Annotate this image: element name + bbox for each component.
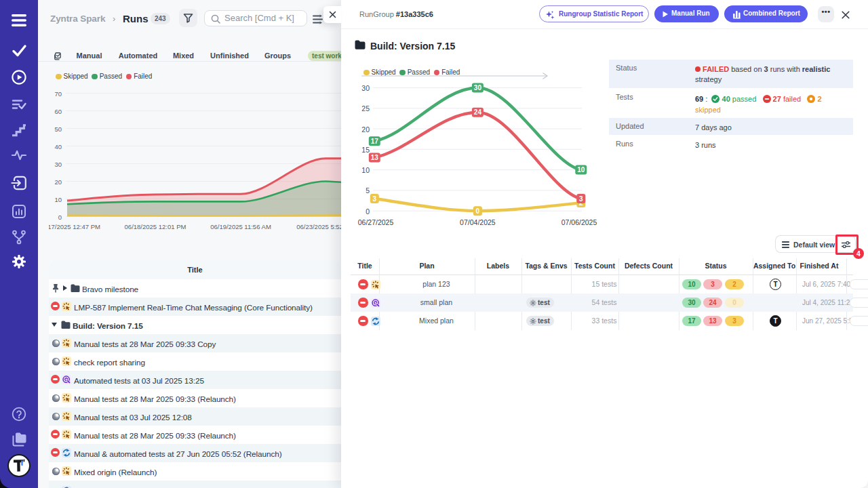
svg-text:30: 30 (361, 84, 370, 92)
svg-text:0: 0 (58, 214, 62, 221)
svg-text:07/06/2025: 07/06/2025 (561, 218, 597, 226)
svg-text:40: 40 (54, 143, 62, 150)
svg-text:06/27/2025: 06/27/2025 (358, 218, 394, 226)
svg-text:06/17/2025 12:47 PM: 06/17/2025 12:47 PM (49, 223, 100, 230)
svg-text:06/23/2025 5:52 PM: 06/23/2025 5:52 PM (296, 223, 341, 230)
svg-text:10: 10 (361, 166, 370, 174)
svg-text:70: 70 (54, 90, 62, 98)
svg-text:06/18/2025 12:01 PM: 06/18/2025 12:01 PM (125, 223, 186, 230)
svg-text:30: 30 (54, 161, 62, 168)
svg-text:20: 20 (54, 178, 62, 186)
svg-text:30: 30 (474, 84, 482, 92)
svg-text:0: 0 (476, 207, 480, 215)
svg-text:24: 24 (474, 108, 482, 116)
svg-text:07/04/2025: 07/04/2025 (460, 218, 496, 226)
svg-text:10: 10 (577, 166, 585, 174)
svg-text:06/19/2025 11:56 AM: 06/19/2025 11:56 AM (210, 223, 271, 230)
svg-text:5: 5 (366, 186, 370, 195)
svg-text:20: 20 (361, 125, 370, 134)
svg-text:3: 3 (373, 195, 377, 203)
svg-text:0: 0 (366, 207, 370, 216)
svg-text:15: 15 (361, 146, 370, 154)
svg-text:50: 50 (54, 125, 62, 133)
svg-text:60: 60 (54, 108, 62, 115)
svg-text:3: 3 (579, 195, 583, 203)
svg-text:10: 10 (54, 196, 62, 203)
svg-text:25: 25 (361, 104, 370, 113)
svg-text:17: 17 (371, 138, 379, 145)
svg-text:13: 13 (371, 154, 379, 161)
